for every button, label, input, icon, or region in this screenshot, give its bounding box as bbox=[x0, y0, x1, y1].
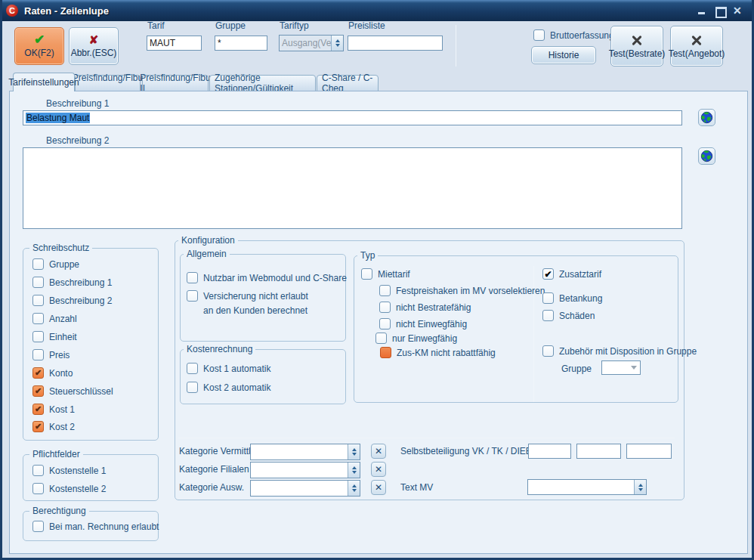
maximize-icon[interactable] bbox=[715, 6, 725, 16]
checkbox-box[interactable] bbox=[379, 318, 391, 330]
tariftyp-combo[interactable]: Ausgang(Ver bbox=[279, 35, 344, 51]
checkbox-schreibschutz-einheit[interactable]: Einheit bbox=[32, 331, 77, 342]
checkbox-schaeden[interactable]: Schäden bbox=[542, 310, 595, 321]
checkbox-box[interactable] bbox=[32, 258, 44, 270]
checkbox-nutzbar-webmodul[interactable]: Nutzbar im Webmodul und C-Share bbox=[187, 272, 347, 283]
checkbox-box[interactable] bbox=[32, 385, 44, 397]
test-bestrate-button[interactable]: Test(Bestrate) bbox=[610, 26, 663, 67]
selbstbeteiligung-vk-input[interactable] bbox=[528, 444, 571, 459]
checkbox-schreibschutz-anzahl[interactable]: Anzahl bbox=[32, 313, 77, 324]
clear-kategorie-vermittler-button[interactable]: ✕ bbox=[371, 444, 386, 459]
checkbox-box[interactable] bbox=[32, 465, 44, 476]
spinner-icon[interactable] bbox=[348, 444, 360, 459]
checkbox-box[interactable] bbox=[32, 295, 44, 306]
checkbox-bei-man-rechnung[interactable]: Bei man. Rechnung erlaubt bbox=[32, 521, 159, 532]
checkbox-schreibschutz-steuerschluessel[interactable]: Steuerschlüssel bbox=[32, 385, 113, 397]
checkbox-box[interactable] bbox=[542, 345, 554, 357]
checkbox-nicht-bestratefaehig[interactable]: nicht Bestratefähig bbox=[379, 302, 471, 313]
checkbox-kost1-automatik[interactable]: Kost 1 automatik bbox=[187, 363, 270, 374]
checkbox-festpreishaken[interactable]: Festpreishaken im MV vorselektieren bbox=[379, 285, 545, 296]
checkbox-schreibschutz-kost2[interactable]: Kost 2 bbox=[32, 421, 75, 432]
kategorie-ausw-combo[interactable] bbox=[250, 480, 360, 497]
checkbox-box[interactable] bbox=[187, 290, 198, 302]
checkbox-box[interactable] bbox=[32, 331, 44, 342]
tab-tarifeinstellungen[interactable]: Tarifeinstellungen bbox=[13, 73, 75, 91]
test-bestrate-label: Test(Bestrate) bbox=[609, 48, 666, 59]
checkbox-box[interactable] bbox=[32, 349, 44, 360]
checkbox-miettarif[interactable]: Miettarif bbox=[361, 268, 410, 280]
checkbox-kostenstelle1[interactable]: Kostenstelle 1 bbox=[32, 465, 106, 476]
checkbox-box[interactable] bbox=[32, 277, 44, 288]
checkbox-betankung[interactable]: Betankung bbox=[542, 292, 602, 304]
spinner-icon[interactable] bbox=[348, 481, 360, 496]
checkbox-box[interactable] bbox=[542, 310, 554, 321]
tarif-input[interactable] bbox=[147, 36, 202, 51]
konfiguration-group-title: Konfiguration bbox=[178, 235, 238, 246]
tab-preisfindung-fibu-1[interactable]: Preisfindung/Fibu I bbox=[75, 75, 141, 91]
tab-zugehoerige-stationen[interactable]: Zugehörige Stationen/Gültigkeit bbox=[209, 75, 316, 91]
clear-kategorie-filialen-button[interactable]: ✕ bbox=[371, 462, 386, 477]
clear-kategorie-ausw-button[interactable]: ✕ bbox=[371, 480, 386, 495]
checkbox-schreibschutz-beschreibung1[interactable]: Beschreibung 1 bbox=[32, 277, 112, 288]
checkbox-schreibschutz-preis[interactable]: Preis bbox=[32, 349, 70, 360]
checkbox-box[interactable] bbox=[187, 382, 198, 393]
checkbox-box[interactable] bbox=[361, 268, 372, 280]
checkbox-schreibschutz-beschreibung2[interactable]: Beschreibung 2 bbox=[32, 295, 112, 306]
beschreibung2-label: Beschreibung 2 bbox=[46, 135, 109, 146]
checkbox-box[interactable] bbox=[32, 367, 44, 379]
spinner-icon[interactable] bbox=[331, 36, 343, 51]
chevron-down-icon[interactable] bbox=[628, 361, 640, 374]
checkbox-kost2-automatik[interactable]: Kost 2 automatik bbox=[187, 382, 270, 393]
bruttoerfassung-checkbox-box[interactable] bbox=[533, 29, 545, 41]
checkbox-box[interactable] bbox=[32, 404, 44, 415]
beschreibung2-textarea[interactable] bbox=[23, 147, 682, 229]
selbstbeteiligung-tk-input[interactable] bbox=[576, 444, 621, 459]
checkbox-box[interactable] bbox=[542, 268, 554, 280]
checkbox-box[interactable] bbox=[32, 421, 44, 432]
translate-beschreibung1-button[interactable] bbox=[698, 109, 715, 126]
checkbox-box[interactable] bbox=[379, 302, 391, 313]
preisliste-input[interactable] bbox=[348, 36, 443, 51]
checkbox-schreibschutz-konto[interactable]: Konto bbox=[32, 367, 73, 379]
cancel-button[interactable]: ✘ Abbr.(ESC) bbox=[69, 27, 119, 65]
checkbox-kostenstelle2[interactable]: Kostenstelle 2 bbox=[32, 483, 106, 494]
checkbox-nur-einwegfaehig[interactable]: nur Einwegfähig bbox=[375, 333, 457, 344]
checkbox-zus-km-nicht-rabattfaehig[interactable]: Zus-KM nicht rabattfähig bbox=[380, 347, 496, 358]
ok-button[interactable]: ✔ OK(F2) bbox=[14, 27, 64, 65]
checkbox-box[interactable] bbox=[375, 333, 387, 344]
checkbox-zusatztarif[interactable]: Zusatztarif bbox=[542, 268, 601, 280]
minimize-icon[interactable] bbox=[697, 6, 707, 16]
checkbox-box[interactable] bbox=[32, 483, 44, 494]
translate-beschreibung2-button[interactable] bbox=[698, 147, 715, 165]
globe-icon bbox=[700, 150, 713, 162]
checkbox-zubehoer-disposition[interactable]: Zubehör mit Disposition in Gruppe bbox=[542, 345, 697, 357]
checkbox-schreibschutz-kost1[interactable]: Kost 1 bbox=[32, 404, 75, 415]
checkbox-versicherung-nicht-erlaubt[interactable]: Versicherung nicht erlaubt bbox=[187, 290, 308, 302]
text-mv-combo[interactable] bbox=[527, 479, 647, 495]
checkbox-box[interactable] bbox=[187, 363, 198, 374]
checkbox-box[interactable] bbox=[187, 272, 198, 283]
tab-c-share-c-cheq[interactable]: C-Share / C-Cheq bbox=[317, 75, 379, 91]
window-title: Raten - Zeilenlupe bbox=[24, 5, 691, 17]
typ-gruppe-dropdown[interactable] bbox=[601, 360, 641, 375]
bruttoerfassung-checkbox[interactable]: Bruttoerfassung bbox=[533, 29, 614, 41]
test-angebot-button[interactable]: Test(Angebot) bbox=[670, 26, 723, 67]
checkbox-schreibschutz-gruppe[interactable]: Gruppe bbox=[32, 258, 79, 270]
gruppe-input[interactable] bbox=[215, 36, 267, 51]
historie-button[interactable]: Historie bbox=[531, 46, 596, 64]
cross-icon: ✘ bbox=[89, 35, 99, 45]
selbstbeteiligung-dieb-input[interactable] bbox=[626, 444, 672, 459]
spinner-icon[interactable] bbox=[634, 480, 646, 494]
checkbox-box[interactable] bbox=[380, 347, 391, 358]
checkbox-box[interactable] bbox=[379, 285, 391, 296]
spinner-icon[interactable] bbox=[348, 463, 360, 478]
checkbox-box[interactable] bbox=[32, 521, 44, 532]
checkbox-nicht-einwegfaehig[interactable]: nicht Einwegfähig bbox=[379, 318, 467, 330]
kategorie-filialen-combo[interactable] bbox=[250, 462, 360, 478]
close-icon[interactable] bbox=[733, 6, 743, 16]
tab-preisfindung-fibu-2[interactable]: Preisfindung/Fibu II bbox=[142, 75, 209, 91]
checkbox-box[interactable] bbox=[32, 313, 44, 324]
beschreibung1-input[interactable]: Belastung Maut bbox=[23, 110, 682, 125]
checkbox-box[interactable] bbox=[542, 292, 554, 304]
kategorie-vermittler-combo[interactable] bbox=[250, 444, 360, 460]
